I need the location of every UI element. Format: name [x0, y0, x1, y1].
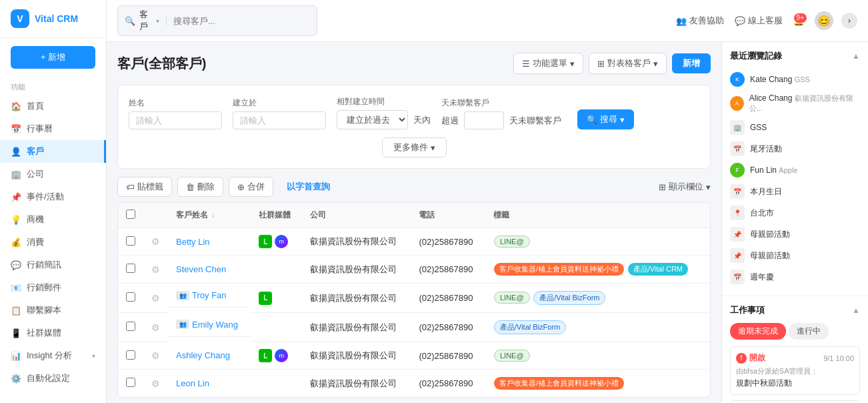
- table-row: ⚙ 👥Emily Wang 叡揚資訊股份有限公司 (02)25867890 產品…: [118, 313, 710, 342]
- home-icon: 🏠: [11, 101, 21, 111]
- recent-item-alice[interactable]: A Alice Chang 叡揚資訊股份有限公...: [730, 90, 860, 117]
- chevron-down-icon: ▾: [570, 59, 575, 69]
- chevron-down-icon: ▾: [706, 182, 711, 192]
- line-icon[interactable]: L: [259, 235, 272, 248]
- gear-icon[interactable]: ⚙: [151, 322, 160, 333]
- filter-row: 姓名 建立於 相對建立時間 建立於過去 天內: [129, 96, 699, 129]
- sidebar-item-label: 客戶: [27, 145, 44, 157]
- birthday-icon: 📅: [730, 184, 745, 199]
- page-actions: ☰ 功能選單 ▾ ⊞ 對表格客戶 ▾ 新增: [513, 53, 711, 74]
- name-filter-input[interactable]: [129, 111, 222, 129]
- tag-collector[interactable]: 客戶收集器/補上會員資料送神祕小禮: [494, 377, 624, 390]
- inprogress-tab[interactable]: 進行中: [789, 323, 829, 340]
- gear-icon[interactable]: ⚙: [151, 378, 160, 389]
- sidebar-item-social[interactable]: 📱社群媒體: [0, 322, 106, 344]
- chevron-down-icon: ▾: [156, 17, 159, 25]
- row-checkbox[interactable]: [126, 264, 135, 273]
- recent-item-anniversary[interactable]: 📅 週年慶: [730, 266, 860, 288]
- filter-area: 姓名 建立於 相對建立時間 建立於過去 天內: [117, 85, 711, 169]
- recent-item-mothers1[interactable]: 📌 母親節活動: [730, 224, 860, 245]
- new-button[interactable]: + 新增: [11, 46, 95, 69]
- firstletter-tab[interactable]: 以字首查詢: [279, 177, 338, 196]
- row-checkbox[interactable]: [126, 378, 135, 387]
- tasks-label: 工作事項: [730, 304, 765, 316]
- tag-line[interactable]: LINE@: [494, 292, 530, 304]
- topbar-right: 👥 友善協助 💬 線上客服 🔔 9+ 😊: [676, 11, 833, 30]
- company-icon: 🏢: [730, 120, 745, 135]
- sidebar-item-label: 行銷郵件: [27, 282, 61, 294]
- gear-icon[interactable]: ⚙: [151, 293, 160, 304]
- sidebar-item-home[interactable]: 🏠首頁: [0, 95, 106, 117]
- topbar: 🔍 客戶 ▾ 👥 友善協助 💬 線上客服 🔔 9+ 😊 ›: [107, 0, 868, 42]
- gear-icon[interactable]: ⚙: [151, 236, 160, 247]
- tag-collector[interactable]: 客戶收集器/補上會員資料送神祕小禮: [494, 263, 624, 276]
- select-all-checkbox[interactable]: [126, 210, 135, 219]
- more-conditions-button[interactable]: 更多條件 ▾: [382, 137, 447, 157]
- row-checkbox[interactable]: [126, 322, 135, 331]
- expand-panel-button[interactable]: ›: [841, 13, 857, 29]
- merge-button[interactable]: ⊕ 合併: [229, 177, 273, 197]
- search-bar: 🔍 客戶 ▾: [117, 5, 317, 36]
- help-button[interactable]: 👥 友善協助: [676, 15, 724, 27]
- recent-item-mothers2[interactable]: 📌 母親節活動: [730, 245, 860, 266]
- inactive-days-input[interactable]: [464, 111, 504, 129]
- delete-button[interactable]: 🗑 刪除: [177, 177, 223, 197]
- customer-name[interactable]: Betty Lin: [168, 228, 251, 256]
- sms-icon: 💬: [11, 260, 21, 270]
- row-checkbox[interactable]: [126, 292, 135, 302]
- tag-vitalcrm[interactable]: 產品/Vital CRM: [628, 263, 688, 276]
- sidebar-item-event[interactable]: 📌事件/活動: [0, 185, 106, 208]
- sidebar-item-edm[interactable]: 📧行銷郵件: [0, 276, 106, 299]
- new-record-button[interactable]: 新增: [672, 53, 711, 73]
- sidebar-item-company[interactable]: 🏢公司: [0, 163, 106, 185]
- gear-icon[interactable]: ⚙: [151, 350, 160, 361]
- customer-name[interactable]: 👥Troy Fan: [168, 284, 251, 308]
- sidebar-item-script[interactable]: 📋聯繫腳本: [0, 299, 106, 322]
- customer-name[interactable]: Ashley Chang: [168, 342, 251, 370]
- user-avatar[interactable]: 😊: [815, 11, 833, 30]
- func-menu-button[interactable]: ☰ 功能選單 ▾: [513, 53, 583, 74]
- customer-name[interactable]: 👥Emily Wang: [168, 313, 251, 337]
- recent-item-birthday[interactable]: 📅 本月生日: [730, 181, 860, 202]
- recent-item-event1[interactable]: 📅 尾牙活動: [730, 138, 860, 159]
- tag-line[interactable]: LINE@: [494, 350, 530, 362]
- row-checkbox[interactable]: [126, 350, 135, 360]
- search-input[interactable]: [173, 16, 310, 26]
- notification-button[interactable]: 🔔 9+: [793, 16, 804, 26]
- tag-button[interactable]: 🏷 貼標籤: [117, 177, 172, 197]
- team-badge: 👥: [176, 320, 189, 329]
- column-display-button[interactable]: ⊞ 顯示欄位 ▾: [659, 181, 711, 193]
- sidebar-item-customer[interactable]: 👤客戶: [0, 140, 106, 163]
- task-card-1: ! 開啟 9/1 10:00 由bfsa分派給SA管理員： 規劃中秋節活動: [730, 346, 860, 395]
- row-checkbox[interactable]: [126, 236, 135, 246]
- search-type-selector[interactable]: 客戶: [139, 9, 152, 33]
- tag-line[interactable]: LINE@: [494, 236, 530, 248]
- customer-name[interactable]: Leon Lin: [168, 370, 251, 398]
- collapse-button[interactable]: ▲: [852, 51, 860, 61]
- tasks-collapse-button[interactable]: ▲: [852, 306, 860, 315]
- tag-bizform[interactable]: 產品/Vital BizForm: [533, 291, 605, 305]
- sidebar-item-consumption[interactable]: 💰消費: [0, 231, 106, 254]
- recent-item-funlin[interactable]: F Fun Lin Apple: [730, 159, 860, 181]
- created-filter-input[interactable]: [233, 111, 326, 129]
- line-icon[interactable]: L: [259, 349, 272, 362]
- sidebar-item-opportunity[interactable]: 💡商機: [0, 208, 106, 231]
- sidebar-item-sms[interactable]: 💬行銷簡訊: [0, 254, 106, 276]
- sidebar-item-calendar[interactable]: 📅行事曆: [0, 117, 106, 140]
- relative-time-select[interactable]: 建立於過去: [337, 110, 408, 129]
- messenger-icon[interactable]: m: [275, 235, 288, 248]
- line-icon[interactable]: L: [259, 292, 272, 305]
- gear-icon[interactable]: ⚙: [151, 264, 160, 275]
- sidebar-item-automation[interactable]: ⚙️自動化設定: [0, 367, 106, 390]
- recent-item-gss[interactable]: 🏢 GSS: [730, 117, 860, 138]
- customer-name[interactable]: Steven Chen: [168, 256, 251, 284]
- overdue-tab[interactable]: 逾期未完成: [730, 323, 786, 340]
- sidebar-item-insight[interactable]: 📊Insight 分析▾: [0, 344, 106, 367]
- tag-bizform[interactable]: 產品/Vital BizForm: [494, 320, 566, 334]
- search-button[interactable]: 🔍 搜尋 ▾: [577, 109, 634, 129]
- recent-item-taipei[interactable]: 📍 台北市: [730, 202, 860, 224]
- messenger-icon[interactable]: m: [275, 349, 288, 362]
- support-button[interactable]: 💬 線上客服: [735, 15, 783, 27]
- table-view-button[interactable]: ⊞ 對表格客戶 ▾: [589, 53, 667, 74]
- recent-item-kate[interactable]: K Kate Chang GSS: [730, 69, 860, 90]
